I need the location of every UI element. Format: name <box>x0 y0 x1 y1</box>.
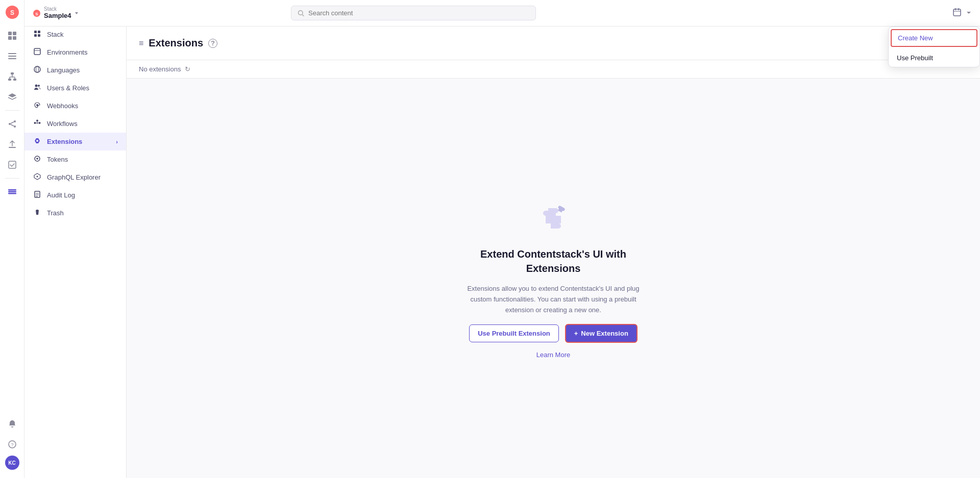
svg-point-40 <box>39 122 41 124</box>
stack-label: Stack <box>47 31 64 38</box>
environments-icon <box>33 48 42 57</box>
svg-rect-25 <box>8 193 16 194</box>
rail-bottom: ? KC <box>3 415 21 474</box>
extensions-label: Extensions <box>47 138 82 145</box>
dropdown-arrow-icon[interactable] <box>966 9 972 18</box>
hamburger-icon[interactable]: ≡ <box>139 39 143 48</box>
rail-hierarchy-icon[interactable] <box>3 67 21 86</box>
sidebar-item-users-roles[interactable]: Users & Roles <box>24 79 126 97</box>
svg-point-36 <box>35 85 38 87</box>
user-avatar[interactable]: KC <box>5 456 19 470</box>
graphql-icon <box>33 173 42 182</box>
svg-point-16 <box>9 123 11 125</box>
svg-text:S: S <box>10 9 14 16</box>
svg-rect-11 <box>13 79 16 81</box>
svg-rect-6 <box>8 53 16 54</box>
sidebar-item-tokens[interactable]: Tokens <box>24 150 126 168</box>
languages-label: Languages <box>47 66 80 74</box>
settings-sidebar: Settings Stack Environments <box>24 0 127 478</box>
svg-rect-24 <box>8 191 16 193</box>
svg-rect-22 <box>9 161 16 168</box>
new-extension-empty-button[interactable]: + New Extension <box>565 324 638 343</box>
svg-rect-8 <box>8 58 16 59</box>
svg-rect-28 <box>34 31 37 33</box>
sidebar-item-environments[interactable]: Environments <box>24 43 126 61</box>
languages-icon <box>33 66 42 74</box>
stack-label: Stack <box>44 7 71 12</box>
svg-point-18 <box>14 125 16 128</box>
search-input[interactable] <box>308 9 529 17</box>
svg-rect-29 <box>38 31 40 33</box>
sidebar-item-trash[interactable]: Trash <box>24 204 126 222</box>
graphql-label: GraphQL Explorer <box>47 173 101 181</box>
trash-icon <box>33 209 42 217</box>
svg-point-54 <box>298 10 303 15</box>
workflows-label: Workflows <box>47 120 78 128</box>
empty-description: Extensions allow you to extend Contentst… <box>467 284 640 315</box>
environments-label: Environments <box>47 48 87 56</box>
new-extension-empty-label: New Extension <box>581 330 628 337</box>
page-title: Extensions <box>149 37 203 49</box>
help-icon[interactable]: ? <box>3 435 21 454</box>
search-bar[interactable] <box>291 6 536 20</box>
rail-settings-icon[interactable] <box>3 183 21 201</box>
svg-text:?: ? <box>11 442 13 447</box>
no-extensions-label: No extensions <box>139 65 181 73</box>
empty-actions: Use Prebuilt Extension + New Extension <box>469 324 638 343</box>
top-bar: S Stack Sample4 <box>24 0 980 27</box>
extensions-icon <box>33 137 42 146</box>
trash-label: Trash <box>47 209 64 217</box>
rail-connect-icon[interactable] <box>3 115 21 133</box>
rail-divider-2 <box>5 178 19 179</box>
svg-rect-31 <box>38 34 40 37</box>
rail-checklist-icon[interactable] <box>3 156 21 174</box>
svg-rect-56 <box>953 9 961 16</box>
rail-upload-icon[interactable] <box>3 135 21 154</box>
rail-list-icon[interactable] <box>3 47 21 65</box>
content-header: ≡ Extensions ? + New Extension <box>127 27 980 60</box>
icon-rail: S <box>0 0 24 478</box>
svg-rect-5 <box>13 36 16 40</box>
svg-rect-10 <box>8 79 11 81</box>
svg-point-47 <box>37 176 38 178</box>
stack-chevron-icon <box>74 11 79 16</box>
refresh-icon[interactable]: ↻ <box>185 65 190 73</box>
webhooks-icon <box>33 102 42 110</box>
app-logo[interactable]: S <box>4 4 20 20</box>
sidebar-item-stack[interactable]: Stack <box>24 26 126 43</box>
webhooks-label: Webhooks <box>47 102 78 110</box>
use-prebuilt-extension-button[interactable]: Use Prebuilt Extension <box>469 324 559 342</box>
calendar-icon[interactable] <box>952 8 962 19</box>
audit-icon <box>33 191 42 199</box>
sidebar-item-workflows[interactable]: Workflows <box>24 115 126 133</box>
sidebar-item-languages[interactable]: Languages <box>24 61 126 79</box>
plus-icon-2: + <box>574 330 578 337</box>
stack-icon <box>33 30 42 39</box>
svg-point-41 <box>36 120 38 122</box>
svg-rect-30 <box>34 34 37 37</box>
svg-point-17 <box>14 120 16 122</box>
svg-point-44 <box>36 140 38 142</box>
rail-layers-icon[interactable] <box>3 88 21 106</box>
dropdown-menu: Create New Use Prebuilt <box>888 27 980 67</box>
svg-point-39 <box>34 122 36 124</box>
learn-more-link[interactable]: Learn More <box>536 351 570 359</box>
svg-text:S: S <box>35 12 38 16</box>
dropdown-create-new[interactable]: Create New <box>891 29 977 47</box>
tokens-icon <box>33 155 42 164</box>
users-roles-label: Users & Roles <box>47 84 89 92</box>
sidebar-item-webhooks[interactable]: Webhooks <box>24 97 126 115</box>
dropdown-use-prebuilt[interactable]: Use Prebuilt <box>889 49 979 67</box>
sidebar-item-graphql[interactable]: GraphQL Explorer <box>24 168 126 186</box>
svg-rect-23 <box>8 189 16 191</box>
svg-line-20 <box>11 124 14 126</box>
sidebar-item-extensions[interactable]: Extensions › <box>24 133 126 150</box>
search-icon <box>298 10 304 17</box>
help-circle-icon[interactable]: ? <box>208 39 217 48</box>
tokens-label: Tokens <box>47 156 68 163</box>
rail-dashboard-icon[interactable] <box>3 27 21 45</box>
notification-icon[interactable] <box>3 415 21 433</box>
stack-selector[interactable]: S Stack Sample4 <box>33 7 79 19</box>
sidebar-item-audit-log[interactable]: Audit Log <box>24 186 126 204</box>
top-bar-right <box>952 8 972 19</box>
